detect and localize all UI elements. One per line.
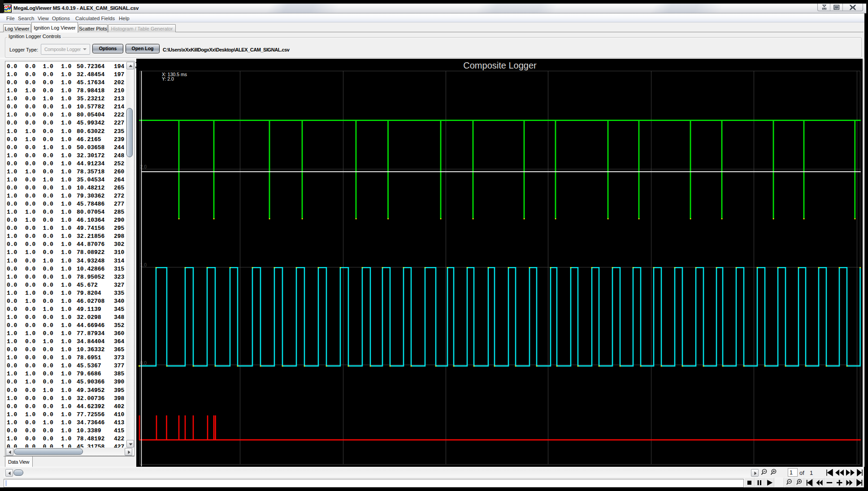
- svg-text:Composite Logger: Composite Logger: [463, 60, 537, 70]
- svg-text:Y: 2.0: Y: 2.0: [162, 76, 174, 82]
